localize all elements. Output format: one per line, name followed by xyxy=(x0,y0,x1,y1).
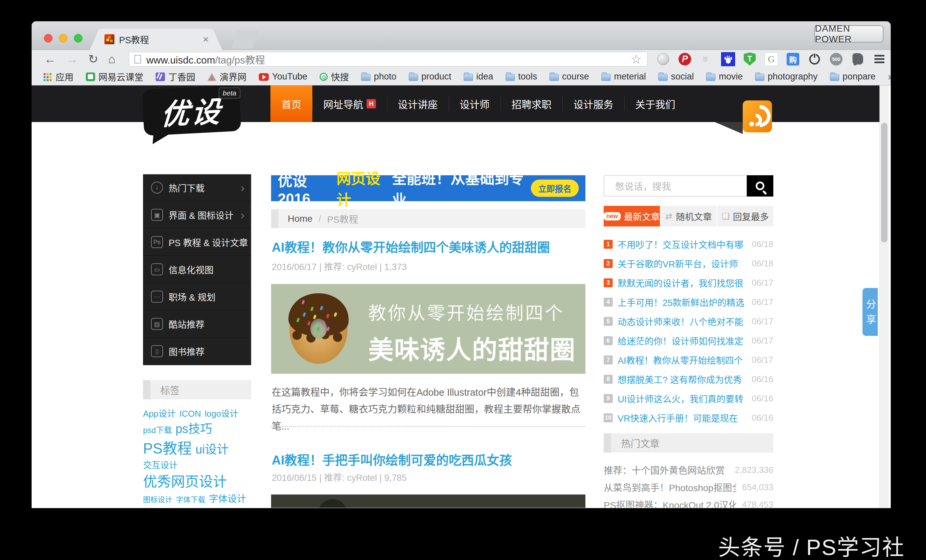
extension-icon[interactable]: » xyxy=(699,52,713,66)
bookmark-item[interactable]: idea xyxy=(464,71,493,82)
sidebar-menu-item[interactable]: ▤ 酷站推荐 xyxy=(143,310,251,338)
scrollbar[interactable] xyxy=(879,85,889,508)
reload-icon[interactable]: ↻ xyxy=(88,53,98,65)
close-window-button[interactable] xyxy=(44,34,53,42)
extension-icon[interactable]: G xyxy=(764,52,778,66)
tag-link[interactable]: psd下载 xyxy=(143,425,172,436)
minimize-window-button[interactable] xyxy=(59,34,68,42)
banner-cta-button[interactable]: 立即报名 xyxy=(531,180,579,197)
site-nav-item[interactable]: 设计讲座 xyxy=(387,85,449,122)
forward-icon[interactable]: → xyxy=(66,53,78,65)
tab-close-icon[interactable]: × xyxy=(203,34,209,45)
bookmark-item[interactable]: social xyxy=(658,71,694,82)
bookmark-item[interactable]: product xyxy=(409,71,451,82)
article-link[interactable]: 默默无闻的设计者，我们找您很 xyxy=(618,276,745,289)
extension-icon[interactable] xyxy=(808,52,822,66)
extension-icon[interactable] xyxy=(656,52,670,66)
scrollbar-thumb[interactable] xyxy=(881,123,887,242)
hot-article-link[interactable]: 从菜鸟到高手！Photoshop抠图全 xyxy=(604,481,736,494)
sidebar-menu-item[interactable]: ▭ 信息化视图 xyxy=(143,256,251,283)
hot-article-link[interactable]: PS抠图神器：KnockOut 2.0汉化版 xyxy=(604,498,736,508)
bookmark-item[interactable]: YouTube xyxy=(259,71,307,82)
tag-link[interactable]: logo设计 xyxy=(204,408,238,420)
zoom-window-button[interactable] xyxy=(74,34,82,42)
tag-link[interactable]: 字体设计 xyxy=(209,493,246,506)
bookmark-item[interactable]: movie xyxy=(706,71,743,82)
article-title-link[interactable]: AI教程！手把手叫你绘制可爱的吃西瓜女孩 xyxy=(272,450,512,468)
extension-icon[interactable] xyxy=(721,52,735,66)
widget-tab[interactable]: ⇄ 随机文章 xyxy=(661,206,717,227)
extension-icon[interactable]: 购 xyxy=(786,52,800,66)
widget-tab[interactable]: ❏ 回复最多 xyxy=(717,206,774,227)
bookmark-item[interactable]: photo xyxy=(361,71,396,82)
site-nav-item[interactable]: 招聘求职 xyxy=(501,85,563,122)
article-link[interactable]: UI设计师这么火，我们真的要转 xyxy=(618,392,745,405)
extension-icon[interactable] xyxy=(851,52,865,66)
sidebar-menu-item[interactable]: ↓ 热门下载 › xyxy=(143,174,251,201)
bookmark-item[interactable]: tools xyxy=(505,71,537,82)
site-nav-item[interactable]: 设计师 xyxy=(449,85,501,122)
latest-article-row: 9 UI设计师这么火，我们真的要转 06/16 xyxy=(604,389,773,408)
extension-icon[interactable]: 500 xyxy=(829,52,843,66)
tag-link[interactable]: 图标设计 xyxy=(143,495,172,505)
tag-link[interactable]: App设计 xyxy=(143,408,176,420)
article-image[interactable]: 教你从零开始绘制四个 美味诱人的甜甜圈 xyxy=(271,284,586,374)
site-nav-item[interactable]: 设计服务 xyxy=(563,85,624,122)
back-icon[interactable]: ← xyxy=(44,53,56,65)
home-icon[interactable]: ⌂ xyxy=(108,53,115,65)
bookmark-star-icon[interactable]: ☆ xyxy=(631,53,642,65)
extension-icon[interactable]: P xyxy=(678,52,692,66)
tag-link[interactable]: ICON xyxy=(179,408,201,420)
search-button[interactable] xyxy=(747,175,773,197)
new-tab-button[interactable] xyxy=(231,30,259,48)
site-nav-item[interactable]: 关于我们 xyxy=(624,85,686,122)
bookmark-item[interactable]: ponpare xyxy=(830,71,875,82)
browser-tab[interactable]: PS教程 × xyxy=(90,29,222,50)
bookmark-item[interactable]: photography xyxy=(755,71,817,82)
bookmarks-overflow-icon[interactable]: » xyxy=(888,71,891,83)
promo-banner[interactable]: 优设2016 网页设计 全能班！从基础到专业 立即报名 xyxy=(271,175,586,201)
address-bar[interactable]: www.uisdc.com/tag/ps教程 ☆ xyxy=(129,52,648,67)
article-divider xyxy=(271,426,586,427)
bookmark-item[interactable]: 演界网 xyxy=(207,70,247,83)
site-nav-item[interactable]: 网址导航 H xyxy=(312,85,387,122)
article-link[interactable]: 上手可用！25款新鲜出炉的精选 xyxy=(618,296,745,309)
tag-link[interactable]: 优秀网页设计 xyxy=(143,472,227,492)
article-title-link[interactable]: AI教程！教你从零开始绘制四个美味诱人的甜甜圈 xyxy=(272,237,550,256)
sidebar-menu-item[interactable]: Ps PS 教程 & 设计文章 xyxy=(143,229,251,256)
breadcrumb-home[interactable]: Home xyxy=(288,213,313,224)
article-image-preview[interactable] xyxy=(271,495,586,508)
article-link[interactable]: 想摆脱美工? 这有帮你成为优秀 xyxy=(618,373,745,386)
extension-icon[interactable]: T xyxy=(743,52,757,66)
article-link[interactable]: 不用吵了！交互设计文档中有哪 xyxy=(618,238,745,251)
search-box[interactable]: 憋说话，搜我 xyxy=(604,175,773,197)
article-link[interactable]: 给迷茫的你！设计师如何找准定 xyxy=(618,334,745,347)
sidebar-menu-item[interactable]: ▯ 图书推荐 xyxy=(143,338,251,365)
article-link[interactable]: AI教程！教你从零开始绘制四个 xyxy=(618,354,745,366)
bookmark-item[interactable]: 丁香园 xyxy=(156,70,195,83)
article-link[interactable]: 关于谷歌的VR新平台，设计师 xyxy=(618,257,745,270)
bookmark-item[interactable]: 应用 xyxy=(43,70,74,83)
tag-link[interactable]: 交互设计 xyxy=(143,460,178,471)
profile-button[interactable]: DAMEN POWER xyxy=(814,25,884,42)
tag-link[interactable]: ui设计 xyxy=(195,442,229,458)
sidebar-menu-item[interactable]: ▣ 界面 & 图标设计 › xyxy=(143,201,251,229)
extension-icon[interactable] xyxy=(873,52,887,66)
hot-article-link[interactable]: 推荐：十个国外黄色网站欣赏 xyxy=(604,463,735,477)
bookmark-item[interactable]: meterial xyxy=(601,71,646,82)
tag-link[interactable]: ps技巧 xyxy=(176,421,212,437)
bookmark-item[interactable]: 快搜 xyxy=(320,70,349,83)
site-nav-item[interactable]: 首页 xyxy=(271,85,312,122)
widget-tab[interactable]: new 最新文章 xyxy=(604,206,660,227)
bookmark-item[interactable]: course xyxy=(549,71,589,82)
sidebar-menu-item[interactable]: ⋯ 职场 & 规划 xyxy=(143,283,251,310)
bookmark-item[interactable]: 网易云课堂 xyxy=(86,70,143,83)
tag-link[interactable]: 用户体验 xyxy=(143,507,187,508)
article-link[interactable]: 动态设计师来收！八个绝对不能 xyxy=(618,315,745,328)
tab-favicon-icon xyxy=(104,34,114,44)
tag-link[interactable]: PS教程 xyxy=(143,439,192,458)
rss-icon[interactable] xyxy=(743,100,772,132)
tag-link[interactable]: 字体下载 xyxy=(176,495,205,505)
share-button[interactable]: 分享 xyxy=(862,288,878,336)
article-link[interactable]: VR快速入行手册！可能是现在 xyxy=(618,411,745,424)
